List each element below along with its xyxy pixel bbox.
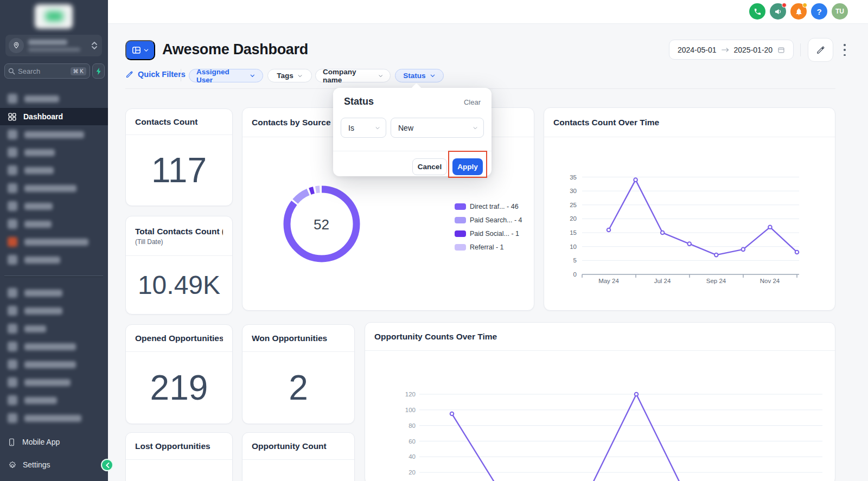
dashboard-switcher-button[interactable] — [125, 40, 155, 60]
popover-footer-divider — [333, 151, 492, 151]
workspace-selector[interactable] — [5, 35, 102, 56]
popover-caret — [411, 83, 421, 93]
redacted-icon — [8, 306, 17, 316]
sidebar-item-redacted[interactable] — [0, 197, 108, 215]
legend-swatch — [455, 217, 466, 223]
date-range-picker[interactable]: 2024-05-01 2025-01-20 — [669, 40, 794, 60]
search-input[interactable] — [18, 67, 71, 75]
legend-item[interactable]: Direct traf... - 46 — [455, 203, 519, 210]
sidebar-item-redacted[interactable] — [0, 144, 108, 161]
bell-icon — [795, 8, 803, 16]
sidebar-item-settings[interactable]: Settings — [0, 457, 108, 472]
status-filter-popover: Status Clear Is New Cancel Apply — [333, 88, 492, 176]
sidebar-item-redacted[interactable] — [0, 126, 108, 143]
status-value-select[interactable]: New — [391, 118, 484, 138]
redacted-label — [24, 203, 53, 210]
help-button[interactable]: ? — [811, 3, 827, 20]
header-separator — [800, 43, 801, 56]
sidebar-item-dashboard[interactable]: Dashboard — [0, 108, 108, 125]
sidebar-item-redacted[interactable] — [0, 233, 108, 251]
apply-button[interactable]: Apply — [452, 158, 483, 175]
workspace-sub-redacted — [28, 48, 80, 52]
filter-pill-assigned-user[interactable]: Assigned User — [189, 69, 263, 82]
filter-pill-status[interactable]: Status — [395, 69, 444, 82]
legend-item[interactable]: Paid Search... - 4 — [455, 216, 522, 224]
sidebar-item-redacted[interactable] — [0, 162, 108, 179]
redacted-label — [24, 325, 46, 332]
cancel-button[interactable]: Cancel — [412, 158, 447, 175]
edit-dashboard-button[interactable] — [808, 38, 833, 62]
redacted-icon — [8, 377, 17, 387]
quick-filters-button[interactable]: Quick Filters — [125, 70, 186, 79]
sidebar-item-redacted[interactable] — [0, 409, 108, 427]
redacted-icon — [8, 413, 17, 423]
svg-text:20: 20 — [409, 469, 416, 476]
sidebar-item-mobile-app[interactable]: Mobile App — [0, 434, 108, 450]
pencil-icon — [816, 46, 825, 55]
clear-button[interactable]: Clear — [464, 98, 481, 106]
card-won-opportunities: Won Opportunities 2 — [242, 324, 355, 424]
card-title: Opportunity Counts Over Time — [374, 332, 826, 342]
svg-text:5: 5 — [573, 257, 577, 264]
svg-text:Nov 24: Nov 24 — [760, 278, 780, 284]
sidebar-item-redacted[interactable] — [0, 392, 108, 409]
user-avatar[interactable]: TU — [832, 3, 848, 20]
pill-label: Status — [403, 72, 425, 80]
redacted-icon — [8, 237, 17, 247]
card-title: Opened Opportunities — [135, 334, 223, 343]
card-title: Contacts Count — [135, 117, 223, 127]
sidebar-item-redacted[interactable] — [0, 284, 108, 302]
card-lost-opportunities: Lost Opportunities — [125, 432, 233, 481]
chevron-left-icon — [105, 463, 110, 468]
sidebar-collapse-button[interactable] — [101, 459, 113, 471]
notifications-badge — [802, 3, 807, 8]
quick-actions-button[interactable] — [92, 63, 105, 79]
redacted-label — [24, 239, 88, 246]
redacted-icon — [8, 201, 17, 211]
sidebar-item-redacted[interactable] — [0, 338, 108, 355]
page-title: Awesome Dashboard — [162, 41, 308, 58]
legend-label: Paid Social... - 1 — [470, 230, 519, 238]
search-box[interactable]: ⌘ K — [4, 63, 90, 79]
operator-select[interactable]: Is — [341, 118, 386, 138]
date-end: 2025-01-20 — [734, 46, 773, 54]
sidebar-item-redacted[interactable] — [0, 215, 108, 233]
redacted-icon — [8, 183, 17, 193]
sidebar-item-redacted[interactable] — [0, 320, 108, 337]
sidebar-item-redacted[interactable] — [0, 251, 108, 268]
card-title: Total Contacts Count (ti — [135, 227, 223, 236]
sidebar-item-redacted[interactable] — [0, 302, 108, 319]
sidebar-item-redacted[interactable] — [0, 90, 108, 107]
redacted-label — [24, 361, 76, 368]
sidebar: ⌘ K Dashboard Mobile App Settings — [0, 0, 108, 481]
contacts-count-value: 117 — [151, 150, 207, 190]
redacted-label — [24, 221, 52, 228]
phone-button[interactable] — [749, 3, 765, 20]
filter-pill-tags[interactable]: Tags — [267, 69, 312, 82]
help-glyph: ? — [816, 7, 821, 16]
sidebar-item-redacted[interactable] — [0, 356, 108, 373]
card-contacts-count-over-time: Contacts Count Over Time 51015202530350M… — [544, 107, 835, 311]
svg-text:80: 80 — [409, 422, 416, 429]
sidebar-item-redacted[interactable] — [0, 374, 108, 391]
redacted-label — [24, 415, 81, 422]
megaphone-icon — [774, 8, 782, 16]
quick-filters-label: Quick Filters — [138, 70, 186, 79]
more-options-menu[interactable] — [840, 44, 849, 56]
redacted-icon — [8, 342, 17, 351]
announcements-badge — [782, 3, 787, 8]
legend-item[interactable]: Referral - 1 — [455, 243, 504, 251]
legend-item[interactable]: Paid Social... - 1 — [455, 230, 519, 238]
legend-label: Paid Search... - 4 — [470, 216, 522, 224]
card-opportunity-counts-over-time: Opportunity Counts Over Time 20406080100… — [365, 322, 835, 481]
sidebar-item-redacted[interactable] — [0, 179, 108, 197]
notifications-button[interactable] — [790, 3, 807, 20]
legend-label: Referral - 1 — [470, 243, 504, 251]
svg-text:Jul 24: Jul 24 — [654, 278, 671, 284]
opened-opportunities-value: 219 — [150, 368, 208, 408]
svg-text:60: 60 — [409, 438, 416, 445]
redacted-icon — [8, 219, 17, 229]
announcements-button[interactable] — [770, 3, 786, 20]
redacted-label — [24, 307, 62, 315]
filter-pill-company-name[interactable]: Company name — [315, 69, 391, 82]
